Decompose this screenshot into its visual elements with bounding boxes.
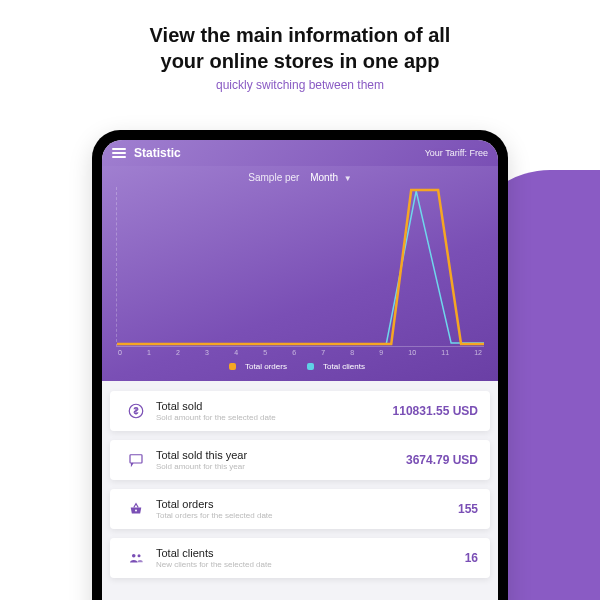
card-value: 110831.55 USD xyxy=(393,404,478,418)
card-desc: New clients for the selected date xyxy=(156,560,465,569)
sample-value: Month xyxy=(310,172,338,183)
tablet-frame: Statistic Your Tariff: Free Sample per M… xyxy=(92,130,508,600)
chevron-down-icon: ▼ xyxy=(344,174,352,183)
card-title: Total orders xyxy=(156,498,458,510)
topbar: Statistic Your Tariff: Free xyxy=(102,140,498,166)
card-desc: Total orders for the selected date xyxy=(156,511,458,520)
tariff-label[interactable]: Your Tariff: Free xyxy=(425,148,488,158)
card-desc: Sold amount for this year xyxy=(156,462,406,471)
card-total-sold-year[interactable]: Total sold this year Sold amount for thi… xyxy=(110,440,490,480)
dollar-icon xyxy=(122,402,150,420)
card-desc: Sold amount for the selected date xyxy=(156,413,393,422)
card-total-orders[interactable]: Total orders Total orders for the select… xyxy=(110,489,490,529)
hero-subtitle: quickly switching between them xyxy=(30,78,570,92)
series-clients-line xyxy=(117,191,484,344)
card-total-clients[interactable]: Total clients New clients for the select… xyxy=(110,538,490,578)
legend-orders: Total orders xyxy=(229,362,293,371)
card-title: Total sold xyxy=(156,400,393,412)
series-orders-line xyxy=(117,190,484,344)
hero-title-line1: View the main information of all xyxy=(150,24,451,46)
card-value: 3674.79 USD xyxy=(406,453,478,467)
people-icon xyxy=(122,549,150,567)
svg-point-2 xyxy=(135,510,137,512)
page-root: View the main information of all your on… xyxy=(0,0,600,600)
card-title: Total sold this year xyxy=(156,449,406,461)
x-axis-ticks: 0123456789101112 xyxy=(116,349,484,356)
chart-legend: Total orders Total clients xyxy=(116,362,484,371)
svg-point-3 xyxy=(132,554,136,558)
chart-panel: Sample per Month ▼ 0123456789101112 Tota… xyxy=(102,166,498,381)
sample-label: Sample per xyxy=(248,172,299,183)
hero: View the main information of all your on… xyxy=(0,0,600,102)
basket-icon xyxy=(122,500,150,518)
page-title: Statistic xyxy=(134,146,181,160)
legend-orders-swatch xyxy=(229,363,236,370)
card-total-sold[interactable]: Total sold Sold amount for the selected … xyxy=(110,391,490,431)
menu-icon[interactable] xyxy=(112,148,126,158)
card-value: 16 xyxy=(465,551,478,565)
chat-icon xyxy=(122,451,150,469)
chart-svg xyxy=(117,187,484,346)
hero-title: View the main information of all your on… xyxy=(30,22,570,74)
line-chart xyxy=(116,187,484,347)
screen: Statistic Your Tariff: Free Sample per M… xyxy=(102,140,498,600)
sample-selector[interactable]: Sample per Month ▼ xyxy=(116,172,484,183)
card-value: 155 xyxy=(458,502,478,516)
legend-clients-swatch xyxy=(307,363,314,370)
card-title: Total clients xyxy=(156,547,465,559)
svg-point-4 xyxy=(138,554,141,557)
cards-list: Total sold Sold amount for the selected … xyxy=(102,381,498,588)
hero-title-line2: your online stores in one app xyxy=(161,50,440,72)
legend-clients: Total clients xyxy=(307,362,371,371)
